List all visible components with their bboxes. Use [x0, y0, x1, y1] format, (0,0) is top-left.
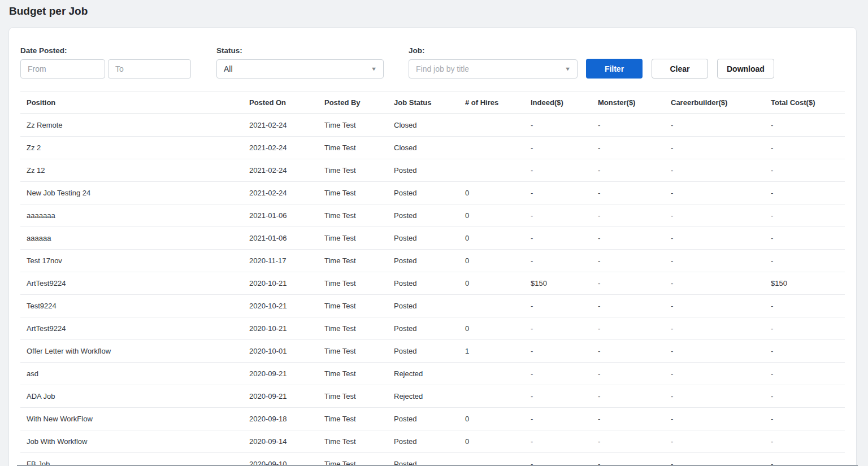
- cell-posted-on: 2021-02-24: [243, 114, 318, 137]
- cell-posted-on: 2020-09-10: [243, 453, 318, 466]
- cell-position: FB Job: [20, 453, 243, 466]
- cell-posted-by: Time Test: [318, 363, 388, 385]
- cell-monster: -: [592, 385, 665, 408]
- cell-position: Test9224: [20, 295, 243, 317]
- cell-total-cost: -: [765, 250, 845, 272]
- column-header: Indeed($): [524, 92, 592, 114]
- download-button[interactable]: Download: [717, 59, 774, 79]
- cell-monster: -: [592, 182, 665, 204]
- cell-posted-by: Time Test: [318, 114, 388, 137]
- cell-careerbuilder: -: [665, 159, 765, 182]
- cell-position: ADA Job: [20, 385, 243, 408]
- cell-indeed: -: [524, 430, 592, 453]
- cell-indeed: -: [524, 453, 592, 466]
- cell-hires: [459, 295, 524, 317]
- column-header: Monster($): [592, 92, 665, 114]
- cell-careerbuilder: -: [665, 317, 765, 340]
- cell-monster: -: [592, 453, 665, 466]
- cell-posted-on: 2020-09-14: [243, 430, 318, 453]
- table-row: Zz 22021-02-24Time TestClosed----: [20, 137, 845, 159]
- cell-careerbuilder: -: [665, 182, 765, 204]
- cell-indeed: -: [524, 385, 592, 408]
- cell-posted-by: Time Test: [318, 204, 388, 227]
- column-header: Posted By: [318, 92, 388, 114]
- date-posted-group: Date Posted:: [20, 46, 191, 79]
- cell-job-status: Posted: [388, 295, 459, 317]
- cell-posted-by: Time Test: [318, 430, 388, 453]
- cell-monster: -: [592, 295, 665, 317]
- cell-total-cost: -: [765, 317, 845, 340]
- cell-posted-on: 2021-02-24: [243, 159, 318, 182]
- cell-total-cost: -: [765, 453, 845, 466]
- cell-job-status: Posted: [388, 340, 459, 363]
- cell-indeed: -: [524, 182, 592, 204]
- cell-indeed: -: [524, 159, 592, 182]
- cell-total-cost: -: [765, 182, 845, 204]
- cell-posted-on: 2020-10-21: [243, 295, 318, 317]
- cell-indeed: -: [524, 250, 592, 272]
- filter-buttons: Filter Clear Download: [586, 59, 774, 79]
- cell-posted-on: 2020-09-21: [243, 385, 318, 408]
- cell-job-status: Posted: [388, 272, 459, 295]
- cell-posted-by: Time Test: [318, 227, 388, 250]
- cell-job-status: Posted: [388, 250, 459, 272]
- cell-position: Zz 12: [20, 159, 243, 182]
- cell-posted-by: Time Test: [318, 317, 388, 340]
- cell-posted-by: Time Test: [318, 453, 388, 466]
- cell-monster: -: [592, 204, 665, 227]
- cell-job-status: Posted: [388, 159, 459, 182]
- column-header: Job Status: [388, 92, 459, 114]
- cell-monster: -: [592, 430, 665, 453]
- status-select[interactable]: All ▼: [216, 59, 384, 79]
- cell-position: Zz 2: [20, 137, 243, 159]
- cell-hires: 0: [459, 430, 524, 453]
- cell-hires: [459, 114, 524, 137]
- job-label: Job:: [409, 46, 578, 55]
- cell-position: Job With Workflow: [20, 430, 243, 453]
- cell-posted-on: 2021-02-24: [243, 182, 318, 204]
- cell-monster: -: [592, 250, 665, 272]
- status-selected-value: All: [224, 64, 233, 73]
- cell-total-cost: -: [765, 340, 845, 363]
- cell-job-status: Closed: [388, 114, 459, 137]
- cell-position: ArtTest9224: [20, 272, 243, 295]
- cell-monster: -: [592, 340, 665, 363]
- cell-hires: [459, 137, 524, 159]
- filter-button[interactable]: Filter: [586, 59, 643, 79]
- cell-total-cost: -: [765, 430, 845, 453]
- cell-job-status: Rejected: [388, 363, 459, 385]
- cell-indeed: -: [524, 137, 592, 159]
- clear-button[interactable]: Clear: [652, 59, 708, 79]
- cell-total-cost: -: [765, 295, 845, 317]
- cell-job-status: Closed: [388, 137, 459, 159]
- table-body: Zz Remote2021-02-24Time TestClosed----Zz…: [20, 114, 845, 466]
- cell-hires: [459, 159, 524, 182]
- cell-careerbuilder: -: [665, 430, 765, 453]
- date-from-input[interactable]: [20, 59, 105, 79]
- cell-total-cost: -: [765, 385, 845, 408]
- date-to-input[interactable]: [108, 59, 191, 79]
- cell-job-status: Posted: [388, 408, 459, 430]
- cell-hires: 0: [459, 250, 524, 272]
- cell-total-cost: -: [765, 363, 845, 385]
- cell-careerbuilder: -: [665, 385, 765, 408]
- cell-careerbuilder: -: [665, 137, 765, 159]
- budget-table-wrap: PositionPosted OnPosted ByJob Status# of…: [20, 91, 845, 466]
- table-row: With New WorkFlow2020-09-18Time TestPost…: [20, 408, 845, 430]
- job-select[interactable]: Find job by title ▼: [409, 59, 578, 79]
- cell-hires: [459, 385, 524, 408]
- job-group: Job: Find job by title ▼: [409, 46, 578, 79]
- budget-card: Date Posted: Status: All ▼ Job: Find job…: [8, 27, 857, 466]
- table-header-row: PositionPosted OnPosted ByJob Status# of…: [20, 92, 845, 114]
- cell-job-status: Rejected: [388, 385, 459, 408]
- cell-total-cost: -: [765, 159, 845, 182]
- cell-indeed: -: [524, 408, 592, 430]
- cell-position: asd: [20, 363, 243, 385]
- cell-indeed: -: [524, 340, 592, 363]
- table-row: ArtTest92242020-10-21Time TestPosted0---…: [20, 317, 845, 340]
- cell-monster: -: [592, 317, 665, 340]
- cell-posted-by: Time Test: [318, 250, 388, 272]
- cell-posted-by: Time Test: [318, 137, 388, 159]
- cell-hires: 0: [459, 204, 524, 227]
- cell-indeed: $150: [524, 272, 592, 295]
